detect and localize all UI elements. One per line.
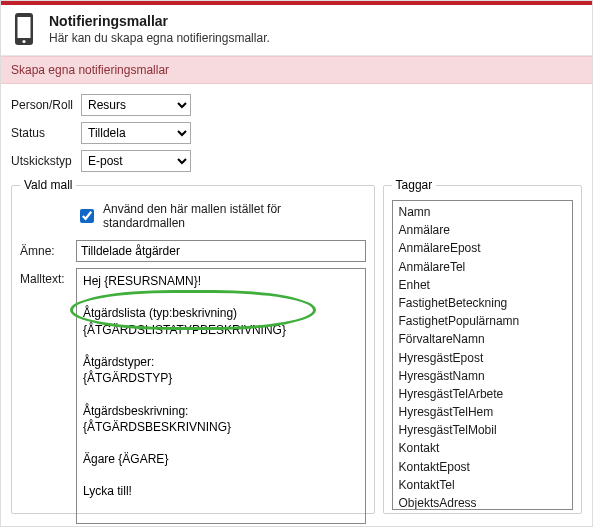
- section-banner: Skapa egna notifieringsmallar: [1, 56, 592, 84]
- tag-item[interactable]: HyresgästTelMobil: [393, 421, 572, 439]
- subject-input[interactable]: [76, 240, 366, 262]
- templatetext-label: Malltext:: [20, 268, 70, 286]
- sendtype-label: Utskickstyp: [11, 154, 73, 168]
- tag-item[interactable]: Enhet: [393, 276, 572, 294]
- tags-fieldset: Taggar NamnAnmälareAnmälareEpostAnmälare…: [383, 178, 582, 514]
- tag-item[interactable]: AnmälareTel: [393, 258, 572, 276]
- header: Notifieringsmallar Här kan du skapa egna…: [1, 5, 592, 56]
- page-title: Notifieringsmallar: [49, 13, 270, 30]
- tag-item[interactable]: AnmälareEpost: [393, 239, 572, 257]
- template-legend: Vald mall: [20, 178, 76, 192]
- tag-item[interactable]: FastighetBeteckning: [393, 294, 572, 312]
- use-template-label[interactable]: Använd den här mallen istället för stand…: [103, 202, 366, 230]
- tag-item[interactable]: HyresgästEpost: [393, 349, 572, 367]
- tag-item[interactable]: FastighetPopulärnamn: [393, 312, 572, 330]
- tag-item[interactable]: HyresgästNamn: [393, 367, 572, 385]
- svg-rect-1: [18, 17, 31, 38]
- page-subtitle: Här kan du skapa egna notifieringsmallar…: [49, 31, 270, 45]
- sendtype-select[interactable]: E-post: [81, 150, 191, 172]
- person-role-label: Person/Roll: [11, 98, 73, 112]
- tag-item[interactable]: ObjektsAdress: [393, 494, 572, 510]
- tag-item[interactable]: Kontakt: [393, 439, 572, 457]
- tag-item[interactable]: Namn: [393, 203, 572, 221]
- tag-item[interactable]: KontaktTel: [393, 476, 572, 494]
- person-role-select[interactable]: Resurs: [81, 94, 191, 116]
- svg-point-2: [22, 40, 25, 43]
- status-label: Status: [11, 126, 73, 140]
- tag-item[interactable]: FörvaltareNamn: [393, 330, 572, 348]
- tag-item[interactable]: Anmälare: [393, 221, 572, 239]
- status-select[interactable]: Tilldela: [81, 122, 191, 144]
- window: Notifieringsmallar Här kan du skapa egna…: [0, 0, 593, 527]
- tag-item[interactable]: HyresgästTelHem: [393, 403, 572, 421]
- tag-item[interactable]: KontaktEpost: [393, 458, 572, 476]
- subject-label: Ämne:: [20, 240, 70, 258]
- tags-legend: Taggar: [392, 178, 437, 192]
- tags-listbox[interactable]: NamnAnmälareAnmälareEpostAnmälareTelEnhe…: [392, 200, 573, 510]
- template-fieldset: Vald mall Använd den här mallen istället…: [11, 178, 375, 514]
- phone-icon: [11, 11, 37, 47]
- templatetext-textarea[interactable]: [76, 268, 366, 524]
- use-template-checkbox[interactable]: [80, 209, 94, 223]
- tag-item[interactable]: HyresgästTelArbete: [393, 385, 572, 403]
- header-text: Notifieringsmallar Här kan du skapa egna…: [49, 13, 270, 46]
